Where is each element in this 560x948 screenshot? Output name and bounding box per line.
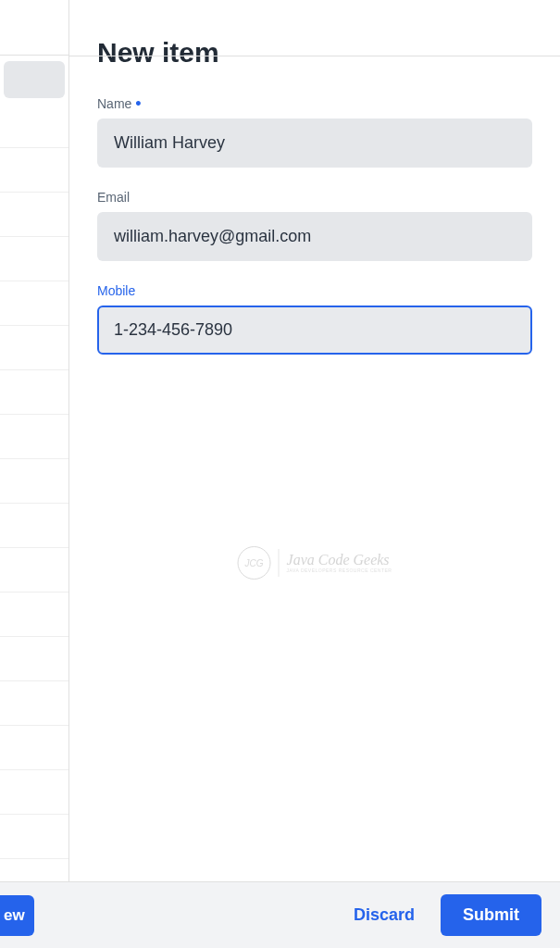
discard-button[interactable]: Discard (346, 896, 422, 934)
watermark: JCG Java Code Geeks Java Developers Reso… (238, 546, 392, 580)
sidebar-item[interactable] (0, 681, 68, 726)
required-indicator-icon: • (135, 99, 141, 108)
sidebar-item[interactable] (0, 148, 68, 193)
watermark-sub-text: Java Developers Resource Center (287, 568, 392, 573)
name-label-text: Name (97, 96, 131, 111)
form-group-name: Name • (97, 96, 532, 168)
form-group-email: Email (97, 190, 532, 261)
sidebar-item[interactable] (0, 637, 68, 681)
left-sidebar (0, 0, 69, 948)
sidebar-item[interactable] (0, 326, 68, 370)
watermark-logo-icon: JCG (238, 546, 271, 580)
divider (69, 56, 560, 56)
sidebar-item[interactable] (0, 370, 68, 415)
bottom-right-section: Discard Submit (69, 894, 560, 936)
sidebar-item[interactable] (0, 193, 68, 237)
bottom-action-bar: ew Discard Submit (0, 881, 560, 948)
email-input[interactable] (97, 212, 532, 261)
sidebar-item[interactable] (0, 815, 68, 859)
main-panel: New item Name • Email Mobile JCG Java Co… (69, 0, 560, 948)
sidebar-header-space (0, 0, 68, 56)
sidebar-item[interactable] (0, 281, 68, 326)
watermark-text-block: Java Code Geeks Java Developers Resource… (287, 553, 392, 573)
name-input[interactable] (97, 118, 532, 168)
page-title: New item (97, 37, 532, 69)
sidebar-item[interactable] (0, 726, 68, 770)
sidebar-item[interactable] (0, 459, 68, 504)
name-label: Name • (97, 96, 532, 111)
sidebar-item[interactable] (0, 237, 68, 281)
email-label: Email (97, 190, 532, 205)
sidebar-item[interactable] (0, 504, 68, 548)
form-group-mobile: Mobile (97, 283, 532, 355)
watermark-divider (279, 549, 280, 577)
watermark-main-text: Java Code Geeks (287, 553, 392, 568)
mobile-label: Mobile (97, 283, 532, 298)
sidebar-item-selected[interactable] (4, 61, 65, 98)
sidebar-item[interactable] (0, 415, 68, 459)
new-button-fragment[interactable]: ew (0, 895, 34, 936)
sidebar-item[interactable] (0, 592, 68, 637)
submit-button[interactable]: Submit (441, 894, 541, 936)
sidebar-item[interactable] (0, 104, 68, 148)
mobile-input[interactable] (97, 306, 532, 355)
sidebar-item[interactable] (0, 548, 68, 592)
bottom-left-section: ew (0, 882, 69, 948)
sidebar-item[interactable] (0, 770, 68, 815)
